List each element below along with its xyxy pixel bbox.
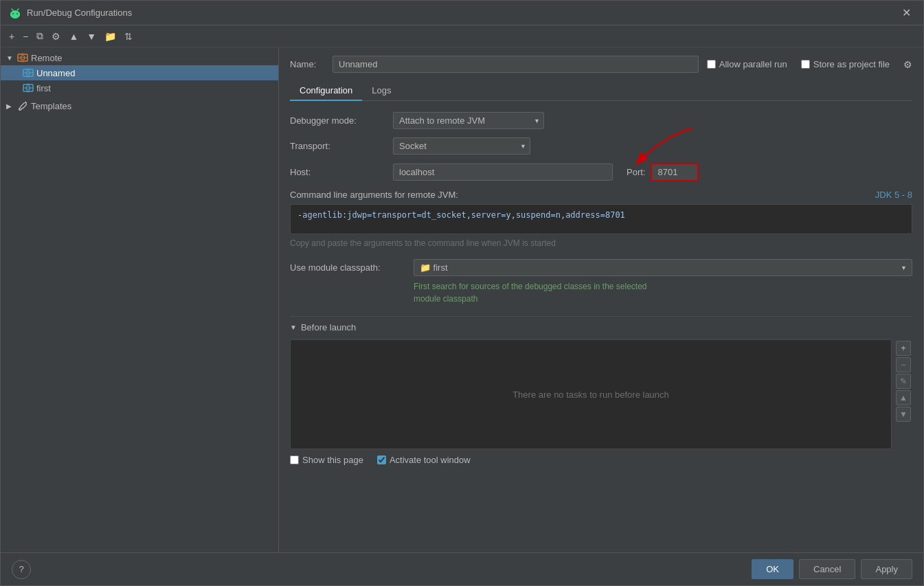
remove-button[interactable]: − [20,30,31,43]
store-project-label: Store as project file [813,59,890,69]
before-launch-section-header: ▼ Before launch [290,316,912,337]
dialog-footer: ? OK Cancel Apply [1,552,923,585]
tree-remote-group[interactable]: ▼ Remote [1,50,278,65]
before-launch-down-btn[interactable]: ▼ [896,407,911,422]
port-input[interactable] [651,163,699,181]
copy-button[interactable]: ⧉ [34,29,46,43]
name-field-label: Name: [290,59,324,69]
title-bar: Run/Debug Configurations ✕ [1,1,923,25]
left-panel: ▼ Remote [1,47,279,552]
right-panel: Name: Allow parallel run Store as projec… [279,47,923,552]
transport-label: Transport: [290,141,393,151]
before-launch-up-btn[interactable]: ▲ [896,390,911,405]
name-input[interactable] [333,56,699,73]
remote-group-icon [17,52,28,63]
tab-logs[interactable]: Logs [362,81,401,101]
cancel-button[interactable]: Cancel [799,559,855,579]
help-button[interactable]: ? [12,560,31,579]
cmd-args-label: Command line arguments for remote JVM: [290,190,458,200]
close-button[interactable]: ✕ [898,5,915,21]
dialog-title: Run/Debug Configurations [27,8,132,18]
name-section: Name: Allow parallel run Store as projec… [290,56,912,73]
move-down-button[interactable]: ▼ [84,30,99,43]
module-classpath-label: Use module classpath: [290,262,414,273]
tree-templates-group[interactable]: ▶ Templates [1,98,278,113]
debugger-mode-control: Attach to remote JVM Listen to remote JV… [393,112,544,129]
config-icon-unnamed [23,67,34,78]
debugger-mode-label: Debugger mode: [290,115,393,126]
cmd-args-box: -agentlib:jdwp=transport=dt_socket,serve… [290,204,912,234]
svg-rect-1 [10,12,20,16]
debugger-mode-select-wrapper: Attach to remote JVM Listen to remote JV… [393,112,544,129]
host-label: Host: [290,167,393,177]
apply-button[interactable]: Apply [861,559,912,579]
activate-window-checkbox[interactable]: Activate tool window [377,455,471,465]
bottom-bar: Show this page Activate tool window [290,449,912,468]
move-up-button[interactable]: ▲ [66,30,81,43]
footer-buttons: OK Cancel Apply [752,559,912,579]
module-select-wrapper: 📁 first [414,259,912,276]
remote-arrow-icon: ▼ [6,54,17,62]
jdk-version-link[interactable]: JDK 5 - 8 [875,190,912,200]
title-bar-left: Run/Debug Configurations [9,7,132,19]
config-tabs: Configuration Logs [290,81,912,101]
module-classpath-row: Use module classpath: 📁 first [290,259,912,276]
host-port-control: Port: [393,163,699,181]
before-launch-arrow-icon[interactable]: ▼ [290,324,297,331]
cmd-header: Command line arguments for remote JVM: J… [290,190,912,200]
ok-button[interactable]: OK [752,559,793,579]
sort-button[interactable]: ⇅ [122,30,135,43]
run-debug-dialog: Run/Debug Configurations ✕ + − ⧉ ⚙ ▲ ▼ 📁… [0,0,924,586]
transport-control: Socket Shared memory [393,137,530,155]
store-project-checkbox[interactable]: Store as project file [801,59,890,69]
module-select[interactable]: 📁 first [414,259,912,276]
host-input[interactable] [393,164,613,181]
before-launch-empty-text: There are no tasks to run before launch [512,390,669,400]
cmd-hint-text: Copy and paste the arguments to the comm… [290,238,912,248]
templates-label: Templates [31,101,71,111]
before-launch-outer: There are no tasks to run before launch … [290,339,912,449]
allow-parallel-checkbox[interactable]: Allow parallel run [707,59,787,69]
folder-button[interactable]: 📁 [102,30,119,43]
settings-button[interactable]: ⚙ [49,30,63,43]
module-hint-text: First search for sources of the debugged… [414,280,912,305]
allow-parallel-label: Allow parallel run [719,59,787,69]
debugger-mode-select[interactable]: Attach to remote JVM Listen to remote JV… [393,112,544,129]
tree-item-first[interactable]: first [1,80,278,95]
port-label: Port: [627,167,645,177]
config-icon-first [23,82,34,93]
svg-point-2 [12,13,14,14]
android-icon [9,7,21,19]
remote-group-label: Remote [31,53,63,63]
before-launch-edit-btn[interactable]: ✎ [896,374,911,389]
cmd-args-value: -agentlib:jdwp=transport=dt_socket,serve… [297,210,625,220]
add-button[interactable]: + [6,30,17,43]
main-body: ▼ Remote [1,47,923,552]
host-port-row: Host: Port: [290,163,912,181]
transport-select-wrapper: Socket Shared memory [393,137,530,155]
question-mark-icon: ? [19,564,23,574]
tree-item-unnamed[interactable]: Unnamed [1,65,278,80]
activate-window-label: Activate tool window [390,455,471,465]
first-label: first [36,83,51,93]
options-row: Allow parallel run Store as project file… [707,59,912,70]
before-launch-remove-btn[interactable]: − [896,357,911,372]
wrench-icon [17,100,28,111]
toolbar: + − ⧉ ⚙ ▲ ▼ 📁 ⇅ [1,25,923,47]
transport-select[interactable]: Socket Shared memory [393,137,530,155]
cmd-args-section: Command line arguments for remote JVM: J… [290,190,912,248]
templates-arrow-icon: ▶ [6,102,17,110]
before-launch-box-container: There are no tasks to run before launch [290,339,892,449]
show-page-checkbox[interactable]: Show this page [290,455,363,465]
unnamed-label: Unnamed [36,68,75,78]
transport-row: Transport: Socket Shared memory [290,137,912,155]
svg-point-3 [16,13,18,14]
before-launch-box: There are no tasks to run before launch [290,339,892,449]
before-launch-add-btn[interactable]: + [896,341,911,356]
svg-line-5 [17,9,19,10]
tab-configuration[interactable]: Configuration [290,81,362,101]
gear-icon[interactable]: ⚙ [903,59,912,70]
svg-line-4 [12,9,13,10]
debugger-mode-row: Debugger mode: Attach to remote JVM List… [290,112,912,129]
before-launch-actions: + − ✎ ▲ ▼ [894,339,912,449]
